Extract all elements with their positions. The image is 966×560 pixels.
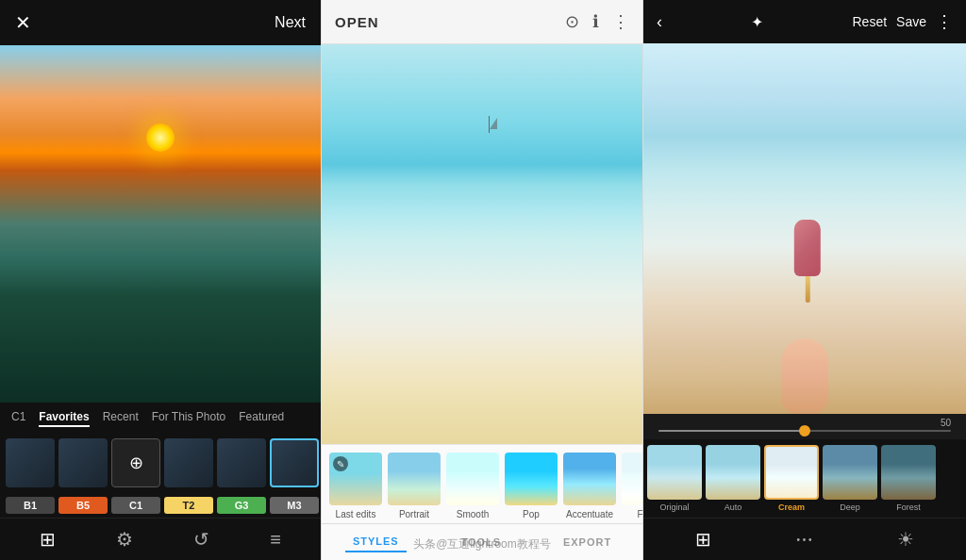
middle-panel: OPEN ⊙ ℹ ⋮ ✎ Last edits Portrait <box>321 0 643 560</box>
filter-option-lastedits[interactable]: ✎ Last edits <box>329 453 382 519</box>
open-label: OPEN <box>335 14 379 30</box>
preset-label-original: Original <box>659 502 689 512</box>
preset-thumb-img-deep <box>823 445 877 500</box>
filter-thumb-dark4[interactable] <box>217 438 266 487</box>
grid-icon[interactable]: ⊞ <box>40 528 56 551</box>
preset-label-auto: Auto <box>724 502 742 512</box>
tab-for-this-photo[interactable]: For This Photo <box>152 408 225 427</box>
right-bottom-toolbar: ⊞ • • • ☀ <box>643 518 966 560</box>
close-icon[interactable]: ✕ <box>15 11 31 34</box>
reset-button[interactable]: Reset <box>853 14 888 29</box>
adjust-icon[interactable]: ⚙ <box>116 528 133 551</box>
filter-option-accentuate[interactable]: Accentuate <box>563 453 616 519</box>
preset-thumb-img-original <box>647 445 702 500</box>
badge-g3[interactable]: G3 <box>217 497 266 514</box>
right-top-bar: ‹ ✦ Reset Save ⋮ <box>643 0 966 43</box>
popsicle <box>794 220 821 303</box>
filter-thumbnail-strip: ⊕ <box>0 433 321 493</box>
right-photo-area <box>643 43 966 414</box>
filter-tabs-row: C1 Favorites Recent For This Photo Featu… <box>0 403 321 433</box>
badge-b5[interactable]: B5 <box>58 497 108 514</box>
filter-label-fade: Fade <box>638 509 642 519</box>
preset-original[interactable]: Original <box>647 445 702 512</box>
middle-tab-bar: STYLES TOOLS EXPORT <box>322 523 642 560</box>
preset-label-deep: Deep <box>840 502 860 512</box>
middle-photo-area <box>322 44 642 444</box>
slider-thumb[interactable] <box>799 425 810 436</box>
adjustment-slider[interactable] <box>658 430 951 432</box>
right-panel: ‹ ✦ Reset Save ⋮ 50 Original <box>643 0 966 560</box>
filter-option-fade[interactable]: Fade <box>622 453 642 519</box>
more-icon[interactable]: ⋮ <box>612 11 629 32</box>
filter-thumb-pop <box>505 453 558 505</box>
filter-thumb-smooth <box>446 453 499 505</box>
left-bottom-toolbar: ⊞ ⚙ ↺ ≡ <box>0 518 321 560</box>
middle-top-bar: OPEN ⊙ ℹ ⋮ <box>322 0 642 44</box>
compare-icon[interactable]: ≡ <box>270 529 281 551</box>
tab-styles[interactable]: STYLES <box>345 532 407 552</box>
filter-option-portrait[interactable]: Portrait <box>388 453 441 519</box>
info-icon[interactable]: ℹ <box>592 11 599 32</box>
sunset-image <box>0 45 321 403</box>
icecream-image <box>643 43 966 414</box>
qr-icon[interactable]: ⊙ <box>565 11 579 32</box>
preset-strip: Original Auto Cream Deep Forest <box>643 439 966 518</box>
tab-featured[interactable]: Featured <box>239 408 284 427</box>
preset-forest[interactable]: Forest <box>881 445 936 512</box>
preset-auto[interactable]: Auto <box>706 445 760 512</box>
preset-cream[interactable]: Cream <box>764 445 819 512</box>
badge-t2[interactable]: T2 <box>164 497 213 514</box>
popsicle-body <box>794 220 821 276</box>
badge-c1[interactable]: C1 <box>111 497 160 514</box>
lr-bottom-dots: • • • <box>796 535 811 545</box>
lr-grid-icon[interactable]: ⊞ <box>695 528 711 551</box>
sparkle-icon: ✦ <box>751 13 763 31</box>
preset-thumb-img-cream <box>764 445 819 500</box>
left-top-bar: ✕ Next <box>0 0 321 45</box>
sailboat <box>489 116 500 133</box>
tab-c1[interactable]: C1 <box>11 408 25 427</box>
lastedits-pencil-icon: ✎ <box>333 456 348 471</box>
filter-label-portrait: Portrait <box>399 509 429 519</box>
left-panel: ✕ Next C1 Favorites Recent For This Phot… <box>0 0 321 560</box>
lr-sun-icon[interactable]: ☀ <box>897 528 914 551</box>
tab-tools[interactable]: TOOLS <box>453 533 508 552</box>
right-top-left: ‹ <box>657 12 662 32</box>
badge-b1[interactable]: B1 <box>6 497 55 514</box>
tab-favorites[interactable]: Favorites <box>39 408 89 427</box>
filter-thumb-dark1[interactable] <box>6 438 55 487</box>
filter-thumb-accentuate <box>563 453 616 505</box>
more-options-icon[interactable]: ⋮ <box>936 11 953 32</box>
filter-thumb-dark5[interactable] <box>270 438 319 487</box>
history-icon[interactable]: ↺ <box>193 528 209 551</box>
preset-thumb-img-forest <box>881 445 936 500</box>
filter-option-pop[interactable]: Pop <box>505 453 558 519</box>
sun-element <box>146 124 175 152</box>
filter-label-pop: Pop <box>523 509 540 519</box>
left-photo-area <box>0 45 321 403</box>
tab-recent[interactable]: Recent <box>103 408 139 427</box>
filter-labels-row: B1 B5 C1 T2 G3 M3 M5 <box>0 493 321 518</box>
filter-thumb-fade <box>622 453 642 505</box>
back-icon[interactable]: ‹ <box>657 12 662 32</box>
hand <box>781 338 828 414</box>
preset-label-cream: Cream <box>778 502 805 512</box>
beach-image <box>322 44 642 444</box>
filter-thumb-lastedits: ✎ <box>329 453 382 505</box>
filter-option-smooth[interactable]: Smooth <box>446 453 499 519</box>
filter-thumb-special[interactable]: ⊕ <box>111 438 160 487</box>
middle-top-icons: ⊙ ℹ ⋮ <box>565 11 629 32</box>
preset-thumb-img-auto <box>706 445 760 500</box>
filter-thumb-dark2[interactable] <box>58 438 108 487</box>
preset-deep[interactable]: Deep <box>823 445 877 512</box>
next-button[interactable]: Next <box>275 14 306 31</box>
save-button[interactable]: Save <box>896 14 926 29</box>
badge-m3[interactable]: M3 <box>270 497 319 514</box>
tab-export[interactable]: EXPORT <box>556 533 619 552</box>
filter-thumb-portrait <box>388 453 441 505</box>
right-top-right: Reset Save ⋮ <box>853 11 954 32</box>
slider-area: 50 <box>643 414 966 439</box>
popsicle-stick <box>805 276 809 303</box>
filter-thumb-dark3[interactable] <box>164 438 213 487</box>
preset-label-forest: Forest <box>896 502 921 512</box>
